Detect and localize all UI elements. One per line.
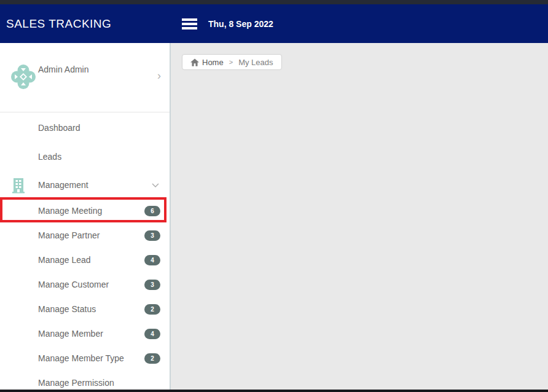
- sidebar-item-dashboard[interactable]: Dashboard: [0, 113, 170, 142]
- breadcrumb: Home > My Leads: [182, 54, 282, 70]
- sidebar-menu: Dashboard Leads Management Manage Meetin…: [0, 112, 170, 392]
- main-content: Home > My Leads: [172, 43, 548, 392]
- sidebar-item-manage-permission[interactable]: Manage Permission: [0, 370, 170, 392]
- count-badge: 3: [144, 280, 160, 290]
- sidebar-item-manage-member-type[interactable]: Manage Member Type 2: [0, 346, 170, 370]
- user-name: Admin Admin: [38, 65, 88, 74]
- breadcrumb-current: My Leads: [238, 58, 273, 67]
- sidebar-item-manage-status[interactable]: Manage Status 2: [0, 297, 170, 321]
- sidebar-item-manage-meeting[interactable]: Manage Meeting 6: [0, 198, 170, 223]
- window-top-strip: [0, 0, 548, 4]
- breadcrumb-separator: >: [229, 58, 233, 66]
- chevron-down-icon: [152, 183, 159, 187]
- hamburger-menu-icon[interactable]: [182, 18, 197, 29]
- sidebar: Admin Admin › Dashboard Leads Management: [0, 43, 171, 392]
- count-badge: 3: [144, 230, 160, 241]
- count-badge: 4: [144, 255, 160, 265]
- user-avatar: [10, 64, 36, 90]
- sidebar-item-management[interactable]: Management: [0, 171, 170, 198]
- count-badge: 2: [144, 353, 160, 364]
- home-icon: [190, 58, 199, 66]
- breadcrumb-home-link[interactable]: Home: [190, 58, 224, 67]
- count-badge: 4: [144, 329, 160, 339]
- count-badge: 2: [144, 304, 160, 315]
- header-date: Thu, 8 Sep 2022: [208, 19, 273, 29]
- sidebar-item-manage-customer[interactable]: Manage Customer 3: [0, 272, 170, 297]
- window-bottom-strip: [0, 390, 548, 392]
- sidebar-item-leads[interactable]: Leads: [0, 142, 170, 171]
- user-panel[interactable]: Admin Admin ›: [0, 43, 170, 112]
- count-badge: 6: [144, 206, 160, 216]
- chevron-right-icon: ›: [157, 70, 161, 81]
- sidebar-item-manage-partner[interactable]: Manage Partner 3: [0, 223, 170, 248]
- sidebar-item-manage-member[interactable]: Manage Member 4: [0, 321, 170, 346]
- building-icon: [12, 178, 25, 194]
- sidebar-item-manage-lead[interactable]: Manage Lead 4: [0, 248, 170, 272]
- app-header: SALES TRACKING Thu, 8 Sep 2022: [0, 4, 548, 43]
- app-title: SALES TRACKING: [0, 17, 170, 31]
